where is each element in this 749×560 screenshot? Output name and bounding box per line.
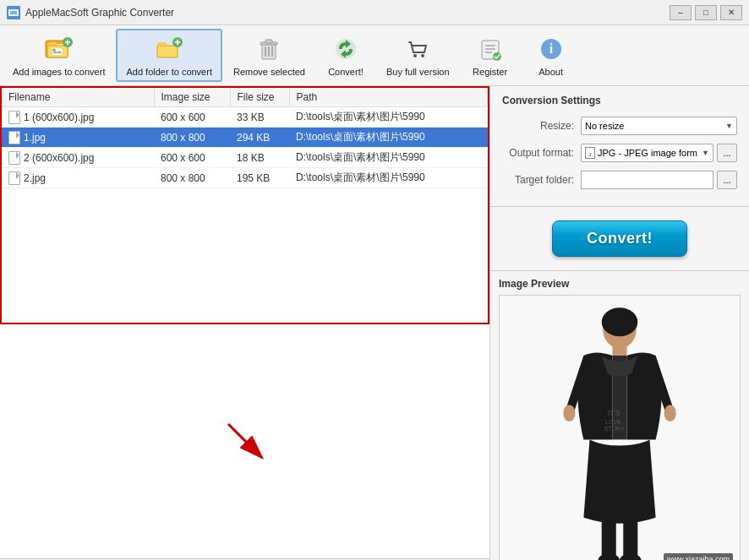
svg-rect-15	[175, 41, 180, 43]
conversion-settings-title: Conversion Settings	[502, 95, 737, 106]
register-label: Register	[473, 67, 507, 77]
right-panel: Conversion Settings Resize: No resize ▼ …	[490, 86, 749, 560]
remove-selected-label: Remove selected	[233, 67, 305, 77]
window-controls: – □ ✕	[670, 5, 742, 20]
table-row[interactable]: 2.jpg 800 x 800 195 KB D:\tools\桌面\素材\图片…	[2, 168, 488, 188]
svg-point-23	[413, 54, 417, 57]
about-label: About	[539, 67, 563, 77]
table-row[interactable]: 2 (600x600).jpg 600 x 600 18 KB D:\tools…	[2, 148, 488, 168]
preview-container: IT'S LOVE STORY 1.jpg www.xiazaiba.com	[499, 295, 741, 560]
red-arrow	[211, 416, 279, 466]
close-button[interactable]: ✕	[720, 5, 742, 20]
convert-btn-area: Convert!	[490, 207, 749, 270]
svg-rect-41	[602, 518, 616, 560]
svg-point-39	[563, 405, 575, 421]
maximize-button[interactable]: □	[695, 5, 717, 20]
watermark: www.xiazaiba.com	[664, 553, 733, 560]
svg-rect-42	[623, 518, 637, 560]
output-format-value: JPG - JPEG image form	[598, 148, 697, 158]
cell-filename: 1.jpg	[2, 128, 154, 148]
target-folder-label: Target folder:	[502, 174, 574, 186]
target-folder-input[interactable]	[581, 171, 713, 189]
cell-path: D:\tools\桌面\素材\图片\5990	[289, 168, 488, 188]
cell-image-size: 800 x 800	[154, 128, 230, 148]
svg-rect-12	[157, 46, 178, 57]
resize-row: Resize: No resize ▼	[502, 117, 737, 135]
cell-filename: 2.jpg	[2, 168, 154, 188]
image-preview-section: Image Preview	[490, 270, 749, 560]
table-row[interactable]: 1 (600x600).jpg 600 x 600 33 KB D:\tools…	[2, 107, 488, 128]
resize-label: Resize:	[502, 120, 574, 132]
main-container: Filename Image size File size Path 1 (60…	[0, 86, 749, 560]
add-images-label: Add images to convert	[13, 67, 105, 77]
svg-rect-2	[10, 11, 17, 14]
add-images-button[interactable]: Add images to convert	[3, 29, 114, 82]
svg-point-36	[602, 307, 638, 336]
register-button[interactable]: Register	[461, 29, 520, 82]
svg-rect-37	[612, 344, 626, 356]
file-icon	[8, 111, 20, 124]
file-icon	[8, 131, 20, 144]
arrow-area	[0, 324, 489, 559]
convert-toolbar-button[interactable]: Convert!	[316, 29, 375, 82]
resize-dropdown[interactable]: No resize ▼	[581, 117, 737, 135]
image-preview-title: Image Preview	[499, 278, 741, 290]
output-format-label: Output format:	[502, 147, 574, 159]
output-format-browse[interactable]: ...	[717, 144, 737, 162]
output-format-dropdown[interactable]: J JPG - JPEG image form ▼	[581, 144, 713, 162]
svg-point-40	[664, 405, 676, 421]
cell-path: D:\tools\桌面\素材\图片\5990	[289, 148, 488, 168]
about-button[interactable]: i About	[522, 29, 581, 82]
about-icon: i	[536, 34, 566, 64]
resize-dropdown-arrow: ▼	[725, 122, 733, 130]
col-path: Path	[289, 88, 488, 107]
file-panel: Filename Image size File size Path 1 (60…	[0, 86, 490, 560]
app-icon	[7, 6, 20, 19]
cell-file-size: 195 KB	[230, 168, 289, 188]
output-format-control: J JPG - JPEG image form ▼ ...	[581, 144, 737, 162]
target-folder-row: Target folder: ...	[502, 171, 737, 189]
cell-image-size: 600 x 600	[154, 107, 230, 128]
col-filename: Filename	[2, 88, 154, 107]
register-icon	[475, 34, 506, 64]
cell-file-size: 294 KB	[230, 128, 289, 148]
target-folder-control: ...	[581, 171, 737, 189]
file-icon	[8, 171, 20, 185]
target-folder-browse[interactable]: ...	[717, 171, 737, 189]
svg-line-33	[228, 424, 262, 458]
convert-main-button[interactable]: Convert!	[552, 220, 687, 257]
table-row[interactable]: 1.jpg 800 x 800 294 KB D:\tools\桌面\素材\图片…	[2, 128, 488, 148]
cell-file-size: 33 KB	[230, 107, 289, 128]
resize-control: No resize ▼	[581, 117, 737, 135]
add-folder-label: Add folder to convert	[126, 67, 212, 77]
remove-selected-icon	[254, 34, 284, 64]
buy-full-version-icon	[402, 34, 433, 64]
buy-full-version-button[interactable]: Buy full version	[377, 29, 459, 82]
file-icon	[8, 151, 20, 165]
output-format-arrow: ▼	[702, 149, 709, 157]
cell-filename: 2 (600x600).jpg	[2, 148, 154, 168]
convert-toolbar-label: Convert!	[328, 67, 364, 77]
app-title: AppleMacSoft Graphic Converter	[25, 7, 174, 19]
col-file-size: File size	[230, 88, 289, 107]
preview-figure: IT'S LOVE STORY 1.jpg	[500, 296, 740, 560]
minimize-button[interactable]: –	[670, 5, 692, 20]
toolbar: Add images to convert Add folder to conv…	[0, 25, 749, 86]
cell-file-size: 18 KB	[230, 148, 289, 168]
file-table[interactable]: Filename Image size File size Path 1 (60…	[0, 86, 489, 324]
svg-text:LOVE: LOVE	[605, 419, 621, 426]
add-images-icon	[44, 34, 74, 64]
cell-image-size: 600 x 600	[154, 148, 230, 168]
svg-rect-11	[65, 41, 70, 43]
remove-selected-button[interactable]: Remove selected	[224, 29, 314, 82]
svg-text:IT'S: IT'S	[608, 409, 621, 417]
output-format-row: Output format: J JPG - JPEG image form ▼…	[502, 144, 737, 162]
cell-path: D:\tools\桌面\素材\图片\5990	[289, 128, 488, 148]
titlebar: AppleMacSoft Graphic Converter – □ ✕	[0, 0, 749, 25]
buy-full-version-label: Buy full version	[386, 67, 450, 77]
add-folder-button[interactable]: Add folder to convert	[116, 29, 222, 82]
col-image-size: Image size	[154, 88, 230, 107]
add-folder-icon	[154, 34, 184, 64]
conversion-settings: Conversion Settings Resize: No resize ▼ …	[490, 86, 749, 207]
cell-filename: 1 (600x600).jpg	[2, 107, 154, 128]
